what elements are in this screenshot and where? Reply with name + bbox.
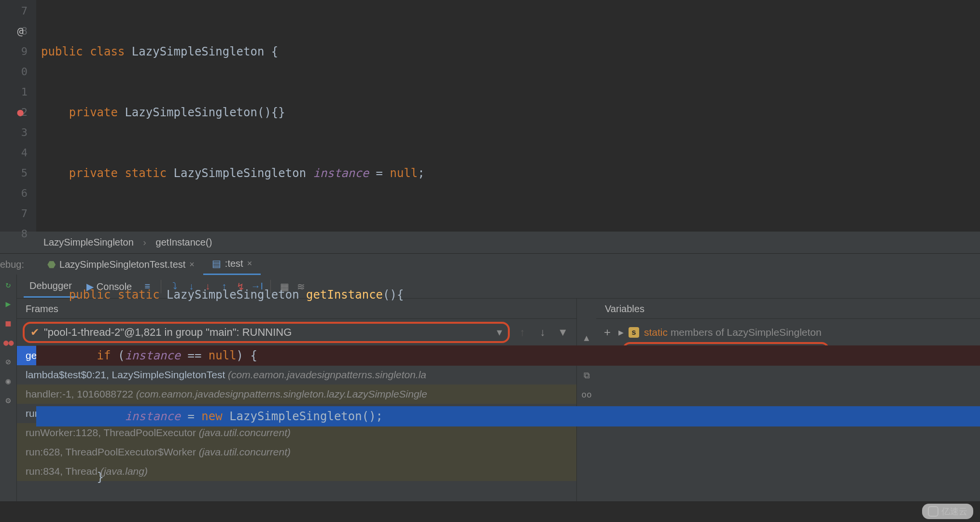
mute-breakpoints-icon[interactable]: ⊘ <box>3 357 13 366</box>
camera-icon[interactable]: ◉ <box>3 376 13 385</box>
watermark: 亿速云 <box>922 504 973 519</box>
line-number: 6 <box>0 183 28 204</box>
line-number: 4 <box>0 143 28 163</box>
debug-label: ebug: <box>0 254 24 275</box>
line-number: ●2 <box>0 102 28 123</box>
line-number: 1 <box>0 82 28 102</box>
settings-icon[interactable]: ⚙ <box>3 395 13 405</box>
breakpoints-icon[interactable]: ●● <box>3 337 13 347</box>
line-number: 3 <box>0 123 28 143</box>
line-number: 7 <box>0 204 28 224</box>
watermark-logo-icon <box>928 506 938 517</box>
line-number: 9 <box>0 41 28 62</box>
line-number: 8 <box>0 224 28 244</box>
resume-icon[interactable]: ▶ <box>3 299 13 308</box>
editor-gutter: 7 @8 9 0 1 ●2 3 4 5 6 7 8 <box>0 0 36 232</box>
line-number: @8 <box>0 21 28 41</box>
line-number: 0 <box>0 62 28 82</box>
code-area[interactable]: public class LazySimpleSingleton { priva… <box>36 0 980 232</box>
stop-icon[interactable]: ■ <box>3 318 13 328</box>
breakpoint-icon[interactable]: ● <box>11 102 30 123</box>
rerun-icon[interactable]: ↻ <box>3 279 13 289</box>
debug-side-toolbar: ↻ ▶ ■ ●● ⊘ ◉ ⚙ <box>0 275 17 501</box>
modified-icon: @ <box>11 21 30 41</box>
code-editor: 7 @8 9 0 1 ●2 3 4 5 6 7 8 public class L… <box>0 0 980 232</box>
line-number: 5 <box>0 163 28 183</box>
line-number: 7 <box>0 1 28 21</box>
